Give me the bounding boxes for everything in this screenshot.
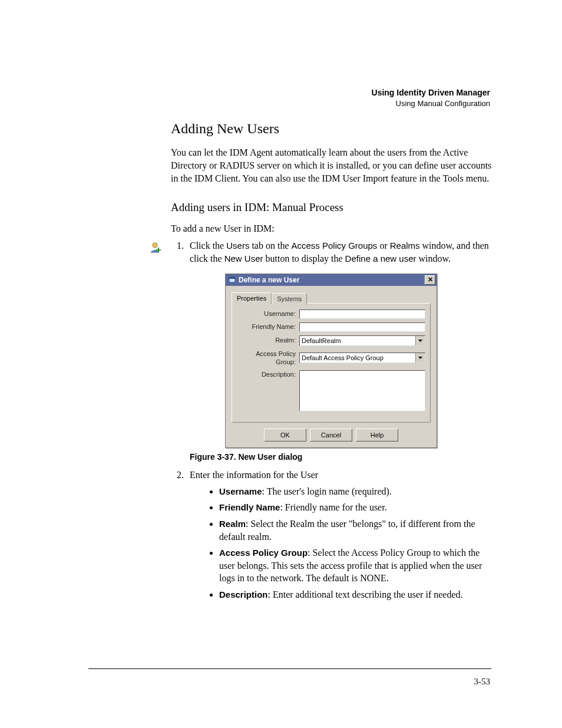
username-input[interactable] <box>299 309 425 319</box>
step1-text-3: or <box>377 241 389 251</box>
bullet-friendly-text: : Friendly name for the user. <box>280 502 386 512</box>
bullet-apg-label: Access Policy Group <box>219 548 308 558</box>
access-policy-group-combobox[interactable]: Default Access Policy Group <box>299 353 425 363</box>
step-2: Enter the information for the User Usern… <box>186 469 494 601</box>
step1-term-realms: Realms <box>390 241 420 251</box>
section-heading: Adding New Users <box>171 119 494 138</box>
cancel-button[interactable]: Cancel <box>310 429 352 442</box>
label-realm: Realm: <box>237 336 299 345</box>
dialog-title-icon <box>228 276 236 284</box>
realm-dropdown-button[interactable] <box>415 336 425 345</box>
step1-term-define: Define a new user <box>345 253 416 263</box>
svg-point-0 <box>153 243 157 248</box>
svg-marker-6 <box>418 357 422 359</box>
friendly-name-input[interactable] <box>299 322 425 332</box>
step1-text-1: Click the <box>190 241 226 251</box>
bullet-friendly: Friendly Name: Friendly name for the use… <box>219 501 494 514</box>
svg-rect-3 <box>229 278 235 282</box>
step1-term-apg: Access Policy Groups <box>291 241 377 251</box>
define-new-user-dialog: Define a new User ✕ Properties Systems <box>225 274 437 449</box>
label-friendly-name: Friendly Name: <box>237 322 299 331</box>
label-username: Username: <box>237 309 299 318</box>
bullet-friendly-label: Friendly Name <box>219 502 280 512</box>
help-button[interactable]: Help <box>356 429 398 442</box>
dialog-titlebar[interactable]: Define a new User ✕ <box>226 274 437 286</box>
lead-in-text: To add a new User in IDM: <box>171 222 494 235</box>
apg-value: Default Access Policy Group <box>300 353 415 363</box>
bullet-description: Description: Enter additional text descr… <box>219 588 494 601</box>
label-description: Description: <box>237 370 299 379</box>
intro-paragraph: You can let the IDM Agent automatically … <box>171 146 494 185</box>
bullet-realm-label: Realm <box>219 519 246 529</box>
bullet-username-text: : The user's login name (required). <box>262 486 392 496</box>
close-button[interactable]: ✕ <box>425 275 435 285</box>
svg-rect-4 <box>229 277 235 279</box>
description-textarea[interactable] <box>299 370 425 411</box>
page-number: 3-53 <box>474 677 491 687</box>
bullet-realm-text: : Select the Realm the user "belongs" to… <box>219 519 475 542</box>
step-1: Click the Users tab on the Access Policy… <box>186 239 494 463</box>
bullet-description-label: Description <box>219 589 268 599</box>
page-header: Using Identity Driven Manager Using Manu… <box>372 87 490 108</box>
bullet-username-label: Username <box>219 486 262 496</box>
footer-rule <box>88 668 491 669</box>
step1-term-newuser: New User <box>224 253 263 263</box>
bullet-apg: Access Policy Group: Select the Access P… <box>219 546 494 585</box>
step1-text-6: window. <box>416 253 451 263</box>
svg-marker-5 <box>418 340 422 342</box>
step2-text: Enter the information for the User <box>190 470 318 480</box>
realm-value: DefaultRealm <box>300 336 415 345</box>
realm-combobox[interactable]: DefaultRealm <box>299 335 425 346</box>
bullet-username: Username: The user's login name (require… <box>219 485 494 498</box>
ok-button[interactable]: OK <box>264 429 306 442</box>
bullet-description-text: : Enter additional text describing the u… <box>268 589 463 599</box>
apg-dropdown-button[interactable] <box>415 353 425 363</box>
chevron-down-icon <box>418 340 422 342</box>
chevron-down-icon <box>418 357 422 359</box>
tab-properties[interactable]: Properties <box>232 292 272 304</box>
header-title: Using Identity Driven Manager <box>372 87 490 98</box>
dialog-title: Define a new User <box>239 275 299 285</box>
step1-term-users: Users <box>226 241 249 251</box>
step1-text-2: tab on the <box>249 241 291 251</box>
tab-panel-properties: Username: Friendly Name: Realm: <box>232 303 431 423</box>
close-icon: ✕ <box>428 276 433 283</box>
svg-rect-2 <box>158 248 159 252</box>
tab-systems[interactable]: Systems <box>272 293 307 305</box>
label-access-policy-group: Access Policy Group: <box>237 350 299 367</box>
header-subtitle: Using Manual Configuration <box>372 98 490 109</box>
new-user-margin-icon <box>148 242 161 257</box>
figure-caption: Figure 3-37. New User dialog <box>190 452 494 463</box>
subsection-heading: Adding users in IDM: Manual Process <box>171 200 494 215</box>
step1-text-5: button to display the <box>263 253 345 263</box>
bullet-realm: Realm: Select the Realm the user "belong… <box>219 518 494 543</box>
